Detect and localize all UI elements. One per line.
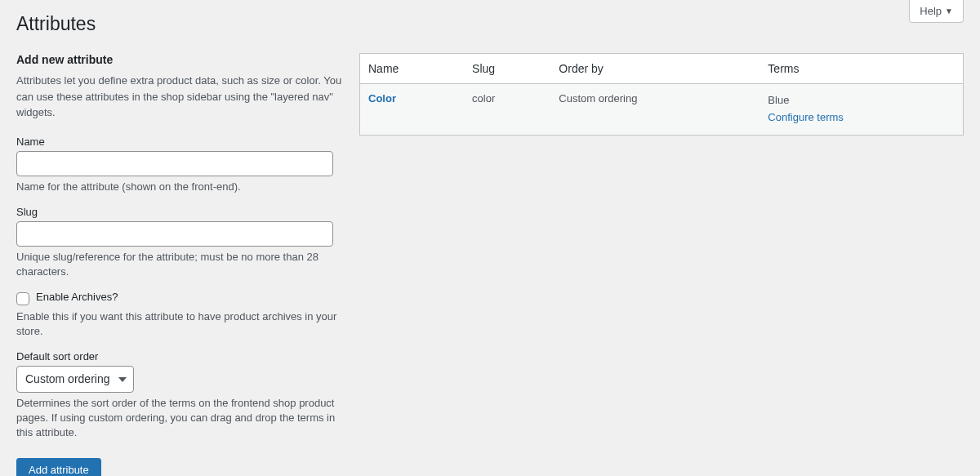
col-header-slug: Slug <box>464 54 550 84</box>
attribute-name-link[interactable]: Color <box>368 92 396 105</box>
add-attribute-button[interactable]: Add attribute <box>16 458 101 476</box>
slug-description: Unique slug/reference for the attribute;… <box>16 250 343 279</box>
triangle-down-icon: ▼ <box>945 7 953 16</box>
table-row: Color color Custom ordering Blue Configu… <box>360 84 964 136</box>
enable-archives-checkbox[interactable] <box>16 292 29 305</box>
form-intro-text: Attributes let you define extra product … <box>16 73 343 121</box>
page-title: Attributes <box>16 8 964 43</box>
name-label: Name <box>16 136 343 148</box>
col-header-terms: Terms <box>760 54 963 84</box>
configure-terms-link[interactable]: Configure terms <box>768 111 843 123</box>
attribute-order-cell: Custom ordering <box>550 84 760 136</box>
attribute-slug-cell: color <box>464 84 550 136</box>
enable-archives-description: Enable this if you want this attribute t… <box>16 309 343 339</box>
enable-archives-label[interactable]: Enable Archives? <box>36 291 118 303</box>
form-section-title: Add new attribute <box>16 53 343 66</box>
help-label: Help <box>920 5 942 17</box>
help-tab-toggle[interactable]: Help ▼ <box>909 0 964 23</box>
name-input[interactable] <box>16 151 333 176</box>
sort-order-label: Default sort order <box>16 350 343 363</box>
attribute-terms-text: Blue <box>768 94 789 106</box>
slug-input[interactable] <box>16 221 333 247</box>
col-header-order: Order by <box>550 54 760 84</box>
sort-order-description: Determines the sort order of the terms o… <box>16 396 343 441</box>
col-header-name: Name <box>360 54 465 84</box>
name-description: Name for the attribute (shown on the fro… <box>16 180 343 194</box>
add-attribute-form: Add new attribute Attributes let you def… <box>16 53 343 476</box>
attributes-table: Name Slug Order by Terms Color color Cus… <box>359 53 964 136</box>
slug-label: Slug <box>16 206 343 218</box>
sort-order-select[interactable]: Custom ordering <box>16 366 134 392</box>
